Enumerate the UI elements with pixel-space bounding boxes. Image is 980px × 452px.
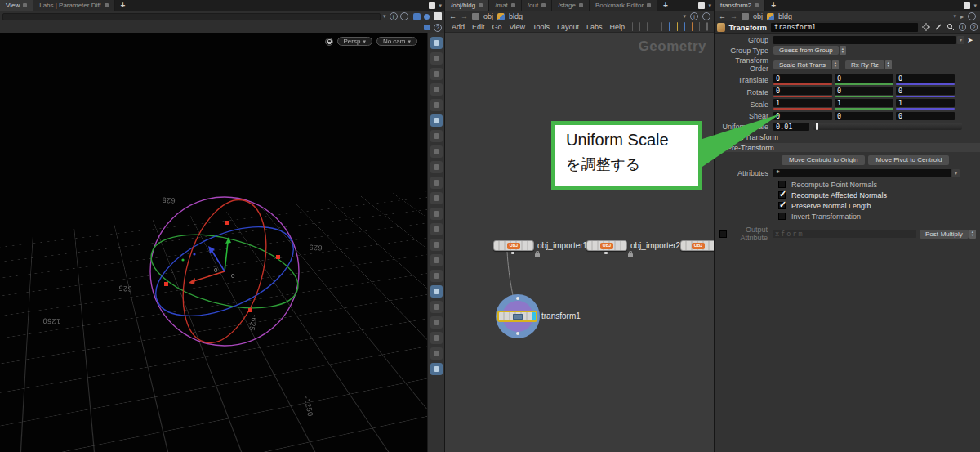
menu-go[interactable]: Go <box>492 23 502 31</box>
node-label[interactable]: transform1 <box>541 311 581 320</box>
camera-path-field[interactable] <box>2 13 381 20</box>
tab-labs-parameter-diff[interactable]: Labs | Parameter Diff <box>33 0 114 11</box>
viewport-tool-icon[interactable] <box>430 68 443 80</box>
menu-tools[interactable]: Tools <box>532 23 550 31</box>
viewport-tool-icon[interactable] <box>430 192 443 204</box>
tab-mat[interactable]: /mat <box>489 0 522 11</box>
shear-y-field[interactable]: 0 <box>835 112 893 120</box>
breadcrumb-current[interactable]: bldg <box>778 12 792 20</box>
camera-selector[interactable]: No cam ▾ <box>376 37 417 46</box>
menu-edit[interactable]: Edit <box>472 23 485 31</box>
rotate-y-field[interactable]: 0 <box>835 87 893 95</box>
persp-view-selector[interactable]: Persp ▾ <box>337 37 372 46</box>
viewport-tool-icon[interactable] <box>430 99 443 111</box>
snapshot-icon[interactable] <box>400 12 408 20</box>
group-type-dropdown[interactable]: Guess from Group <box>773 46 839 55</box>
close-icon[interactable] <box>479 3 483 7</box>
viewport-tool-icon[interactable] <box>430 161 443 173</box>
output-attribute-checkbox[interactable] <box>719 230 727 238</box>
snapshot-icon[interactable] <box>968 12 976 20</box>
viewport-tool-icon[interactable] <box>430 52 443 65</box>
close-icon[interactable] <box>541 3 546 7</box>
scale-x-field[interactable]: 1 <box>773 99 832 107</box>
viewport-tool-icon[interactable] <box>430 37 443 49</box>
pane-maximize-icon[interactable] <box>429 2 435 9</box>
tab-bookmark-editor[interactable]: Bookmark Editor <box>590 0 657 11</box>
node-label[interactable]: obj_importer1 <box>537 241 587 250</box>
move-pivot-to-centroid-button[interactable]: Move Pivot to Centroid <box>868 155 949 165</box>
info-icon[interactable]: i <box>959 23 966 31</box>
recompute-affected-normals-checkbox[interactable]: ✓ <box>778 191 786 199</box>
breadcrumb-current[interactable]: bldg <box>509 12 523 20</box>
tab-transform2[interactable]: transform2 <box>715 0 765 11</box>
chevron-down-icon[interactable]: ▾ <box>952 169 960 177</box>
scale-z-field[interactable]: 1 <box>896 99 955 107</box>
close-icon[interactable] <box>511 3 515 7</box>
spinner-icon[interactable]: ▴▾ <box>969 230 976 239</box>
pane-menu-icon[interactable]: ▾ <box>973 2 977 9</box>
node-name-field[interactable]: transform1 <box>771 23 918 32</box>
pane-menu-icon[interactable]: ▾ <box>708 2 711 9</box>
tab-stage[interactable]: /stage <box>552 0 590 11</box>
breadcrumb-root[interactable]: obj <box>483 12 493 20</box>
new-tab-button[interactable]: + <box>115 0 131 11</box>
translate-y-field[interactable]: 0 <box>835 74 893 83</box>
translate-z-field[interactable]: 0 <box>896 74 955 83</box>
viewport-tool-icon[interactable] <box>430 177 443 189</box>
viewport-tool-icon[interactable] <box>430 347 443 360</box>
pin-icon[interactable]: ▸ <box>960 13 964 20</box>
layers-icon[interactable] <box>424 25 430 30</box>
display-flag[interactable] <box>532 312 536 320</box>
viewport-3d[interactable]: 625 625 625 1250 -625 -1250 <box>0 33 427 452</box>
menu-view[interactable]: View <box>510 23 525 31</box>
node-label[interactable]: obj_importer2 <box>630 241 680 250</box>
pane-maximize-icon[interactable] <box>964 2 970 9</box>
help-icon[interactable]: ? <box>434 24 442 32</box>
search-icon[interactable] <box>947 23 955 32</box>
slider-handle[interactable] <box>816 123 818 130</box>
viewport-tool-icon[interactable] <box>430 239 443 251</box>
node-obj-importer2[interactable]: OBJ <box>586 240 627 251</box>
output-attribute-field[interactable]: xform <box>773 230 916 238</box>
pane-menu-icon[interactable]: ▾ <box>439 2 442 9</box>
help-icon[interactable]: ? <box>970 23 978 31</box>
shear-x-field[interactable]: 0 <box>773 112 832 120</box>
transform-order-dropdown[interactable]: Scale Rot Trans <box>773 60 831 69</box>
menu-add[interactable]: Add <box>452 23 465 31</box>
tab-out[interactable]: /out <box>522 0 552 11</box>
rotate-x-field[interactable]: 0 <box>773 87 832 95</box>
translate-x-field[interactable]: 0 <box>773 74 832 83</box>
back-icon[interactable]: ← <box>449 12 457 20</box>
pointer-icon[interactable] <box>706 22 708 31</box>
close-icon[interactable] <box>755 3 759 7</box>
preserve-normal-length-checkbox[interactable]: ✓ <box>778 202 786 209</box>
viewport-tool-icon[interactable] <box>430 114 443 127</box>
viewport-tool-icon[interactable] <box>430 316 443 329</box>
spinner-icon[interactable]: ▴▾ <box>832 60 839 69</box>
select-geometry-icon[interactable]: ➤ <box>967 36 973 44</box>
viewport-tool-icon[interactable] <box>430 254 443 266</box>
viewport-tool-icon[interactable] <box>430 83 443 96</box>
new-tab-button[interactable]: + <box>765 0 782 11</box>
rotate-order-dropdown[interactable]: Rx Ry Rz <box>845 60 884 69</box>
viewport-tool-icon[interactable] <box>430 363 443 375</box>
breadcrumb-root[interactable]: obj <box>753 12 763 20</box>
rotate-z-field[interactable]: 0 <box>896 87 955 95</box>
move-centroid-to-origin-button[interactable]: Move Centroid to Origin <box>782 155 865 165</box>
tab-view[interactable]: View <box>0 0 33 11</box>
uniform-scale-slider[interactable] <box>813 123 962 130</box>
section-pre-transform[interactable]: ▶ Pre-Transform <box>715 143 980 152</box>
section-pivot-transform[interactable]: ▶ Pivot Transform <box>715 132 980 141</box>
new-tab-button[interactable]: + <box>657 0 674 11</box>
uniform-scale-field[interactable]: 0.01 <box>773 123 809 131</box>
viewport-tool-icon[interactable] <box>430 332 443 344</box>
output-connector[interactable] <box>604 252 608 254</box>
chevron-down-icon[interactable]: ▾ <box>383 13 386 20</box>
viewport-tool-icon[interactable] <box>430 301 443 313</box>
close-icon[interactable] <box>105 3 109 7</box>
invert-transformation-checkbox[interactable] <box>778 213 786 220</box>
chevron-down-icon[interactable]: ▾ <box>683 13 686 20</box>
info-icon[interactable]: i <box>690 12 698 20</box>
display-options-icon[interactable] <box>413 13 421 20</box>
attributes-field[interactable]: * <box>773 169 951 177</box>
